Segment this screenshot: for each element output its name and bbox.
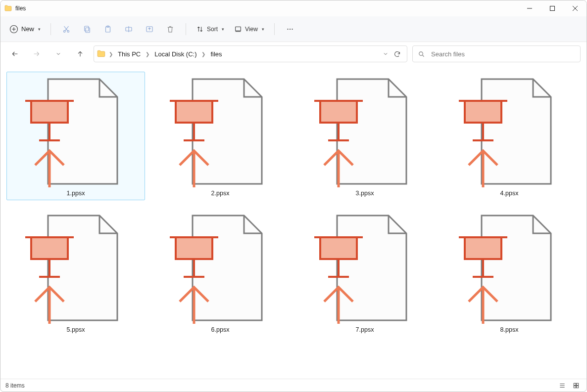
breadcrumb-files[interactable]: files — [208, 49, 224, 59]
chevron-down-icon[interactable] — [383, 51, 389, 57]
search-input[interactable] — [430, 50, 575, 58]
svg-point-11 — [287, 28, 288, 29]
svg-point-13 — [292, 28, 293, 29]
svg-point-3 — [67, 30, 69, 32]
separator — [274, 23, 275, 35]
new-button[interactable]: New ▾ — [5, 23, 45, 36]
file-item[interactable]: 6.ppsx — [151, 208, 290, 337]
window-controls — [518, 0, 587, 16]
file-item[interactable]: 1.ppsx — [6, 72, 145, 200]
svg-rect-16 — [31, 101, 68, 123]
view-label: View — [245, 26, 258, 33]
svg-rect-4 — [86, 28, 90, 33]
window-title: files — [15, 5, 26, 12]
search-box[interactable] — [412, 45, 581, 62]
toolbar: New ▾ Sort ▾ — [0, 16, 587, 42]
file-name: 6.ppsx — [211, 326, 230, 333]
ppsx-file-icon — [156, 74, 285, 189]
minimize-button[interactable] — [518, 0, 541, 16]
chevron-down-icon: ▾ — [262, 27, 264, 32]
forward-button[interactable] — [28, 45, 45, 62]
file-item[interactable]: 8.ppsx — [440, 208, 579, 337]
svg-rect-21 — [176, 101, 212, 123]
svg-point-14 — [419, 51, 423, 55]
sort-label: Sort — [207, 26, 218, 33]
address-bar[interactable]: ❯ This PC ❯ Local Disk (C:) ❯ files — [94, 45, 407, 62]
recent-button[interactable] — [50, 45, 67, 62]
file-item[interactable]: 3.ppsx — [295, 72, 434, 200]
search-icon — [418, 50, 425, 58]
up-button[interactable] — [72, 45, 89, 62]
file-item[interactable]: 2.ppsx — [151, 72, 290, 200]
share-button[interactable] — [140, 20, 159, 38]
thumbnails-view-toggle[interactable] — [571, 381, 582, 391]
chevron-down-icon: ▾ — [38, 27, 41, 32]
svg-rect-0 — [550, 6, 555, 11]
plus-circle-icon — [9, 25, 18, 34]
status-item-count: 8 items — [5, 382, 25, 389]
separator — [186, 23, 186, 35]
explorer-window: files New ▾ — [0, 0, 587, 392]
svg-point-2 — [63, 30, 65, 32]
view-button[interactable]: View ▾ — [230, 23, 268, 35]
ppsx-file-icon — [445, 74, 574, 189]
ppsx-file-icon — [156, 211, 285, 325]
new-label: New — [21, 25, 34, 33]
ppsx-file-icon — [11, 74, 140, 189]
sort-icon — [196, 25, 204, 33]
copy-button[interactable] — [78, 20, 97, 38]
chevron-right-icon: ❯ — [145, 51, 150, 57]
file-item[interactable]: 5.ppsx — [6, 208, 145, 337]
chevron-right-icon: ❯ — [108, 51, 114, 57]
delete-button[interactable] — [161, 20, 180, 38]
view-icon — [234, 25, 242, 33]
file-grid[interactable]: 1.ppsx 2.ppsx 3.ppsx 4.ppsx — [0, 66, 587, 379]
svg-rect-51 — [465, 237, 501, 259]
file-name: 7.ppsx — [356, 326, 374, 333]
ppsx-file-icon — [11, 211, 140, 325]
file-item[interactable]: 4.ppsx — [440, 72, 579, 200]
svg-rect-41 — [176, 237, 212, 259]
rename-button[interactable] — [119, 20, 138, 38]
close-button[interactable] — [564, 0, 587, 16]
status-bar: 8 items — [0, 379, 587, 392]
folder-icon — [4, 4, 12, 12]
svg-point-12 — [290, 28, 291, 29]
cut-button[interactable] — [57, 20, 76, 38]
file-name: 8.ppsx — [500, 326, 519, 333]
svg-rect-56 — [577, 383, 579, 385]
svg-rect-10 — [236, 27, 241, 31]
address-bar-actions — [383, 50, 404, 58]
svg-rect-58 — [577, 386, 579, 388]
ppsx-file-icon — [445, 211, 574, 325]
maximize-button[interactable] — [541, 0, 564, 16]
chevron-down-icon: ▾ — [222, 27, 224, 32]
sort-button[interactable]: Sort ▾ — [192, 23, 228, 35]
file-name: 2.ppsx — [211, 190, 230, 197]
file-name: 1.ppsx — [67, 190, 85, 197]
svg-rect-5 — [85, 26, 89, 31]
paste-button[interactable] — [98, 20, 117, 38]
address-row: ❯ This PC ❯ Local Disk (C:) ❯ files — [0, 42, 587, 66]
ppsx-file-icon — [300, 211, 429, 325]
ppsx-file-icon — [300, 74, 429, 189]
svg-rect-36 — [31, 237, 68, 259]
file-name: 3.ppsx — [356, 190, 374, 197]
back-button[interactable] — [6, 45, 23, 62]
title-bar: files — [0, 0, 587, 16]
folder-icon — [97, 49, 106, 58]
separator — [50, 23, 51, 35]
svg-rect-46 — [320, 237, 357, 259]
file-name: 5.ppsx — [67, 326, 85, 333]
svg-rect-26 — [320, 101, 357, 123]
file-item[interactable]: 7.ppsx — [295, 208, 434, 337]
svg-rect-31 — [465, 101, 501, 123]
breadcrumb-local-disk[interactable]: Local Disk (C:) — [152, 49, 198, 59]
svg-rect-55 — [574, 383, 576, 385]
more-button[interactable] — [281, 20, 299, 38]
refresh-icon[interactable] — [393, 50, 401, 58]
chevron-right-icon: ❯ — [200, 51, 206, 57]
details-view-toggle[interactable] — [557, 381, 568, 391]
breadcrumb-this-pc[interactable]: This PC — [116, 49, 143, 59]
file-name: 4.ppsx — [500, 190, 519, 197]
